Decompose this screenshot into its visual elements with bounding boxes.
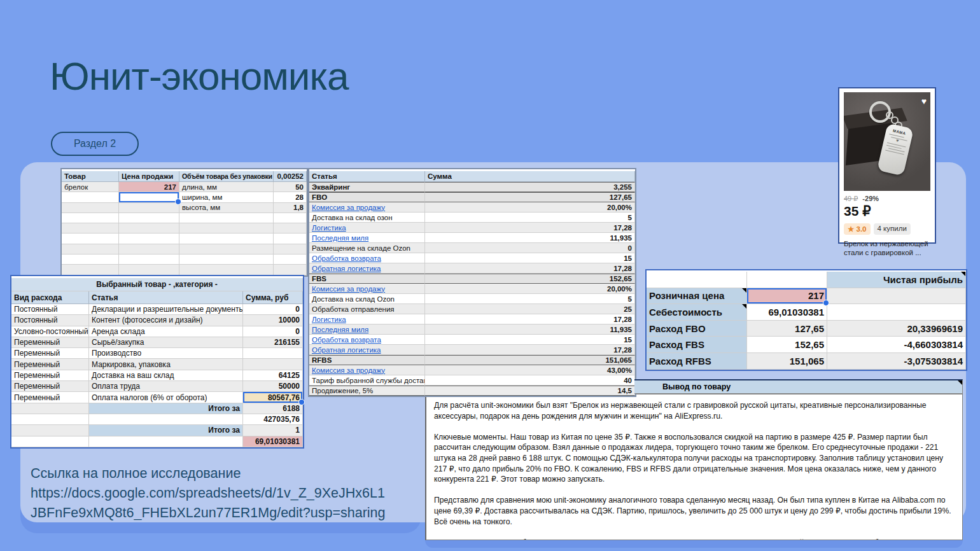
header-cell: Статья xyxy=(309,171,425,182)
table-row: Эквайринг3,255 xyxy=(309,182,635,192)
table-row: Доставка на склад Ozon5 xyxy=(309,294,635,304)
cell: FBO xyxy=(309,192,425,202)
cell: Контент (фотосессия и дизайн) xyxy=(89,315,243,326)
cell xyxy=(179,213,274,223)
badges-row: ★ 3.0 4 купили xyxy=(844,223,930,235)
cell: Эквайринг xyxy=(309,182,425,192)
cell xyxy=(179,234,274,244)
header-cell: Сумма xyxy=(425,171,635,182)
table-row: ПеременныйПроизводство xyxy=(11,348,303,359)
table-row: Логистика17,28 xyxy=(309,223,635,233)
table-row: ПостоянныйКонтент (фотосессия и дизайн)1… xyxy=(11,315,303,326)
cell: 0 xyxy=(243,304,303,315)
cell xyxy=(89,414,243,425)
cell xyxy=(119,255,179,265)
cell: Тариф выбранной службы доставки xyxy=(309,375,425,386)
cell: 69,01030381 xyxy=(747,304,827,321)
cell: 15 xyxy=(425,335,635,345)
table-row: Себестоимость69,01030381 xyxy=(647,304,966,321)
table-row: ПеременныйМаркировка, упаковка xyxy=(11,359,303,370)
table-row: Обратная логистика17,28 xyxy=(309,345,635,355)
old-price-row: 49 ₽ -29% xyxy=(844,195,930,203)
product-price-table: ТоварЦена продажиОбъём товара без упаков… xyxy=(60,168,308,277)
favorite-icon[interactable]: ♥ xyxy=(921,96,927,106)
link-cell[interactable]: Обратная логистика xyxy=(309,263,425,274)
research-url-link[interactable]: https://docs.google.com/spreadsheets/d/1… xyxy=(31,484,386,523)
table-row: ПеременныйСырьё/закупка216155 xyxy=(11,337,303,348)
old-price: 49 ₽ xyxy=(844,195,858,202)
cell: Расход RFBS xyxy=(647,353,747,370)
link-cell[interactable]: Последняя миля xyxy=(309,324,425,335)
cell: 69,01030381 xyxy=(243,436,303,447)
table-row xyxy=(62,213,307,223)
marketplace-fees-table: СтатьяСуммаЭквайринг3,255FBO127,65Комисс… xyxy=(308,168,636,397)
cell: 17,28 xyxy=(425,263,635,274)
cell: Розничная цена xyxy=(647,288,747,305)
cell: 25 xyxy=(425,304,635,314)
cell xyxy=(62,265,119,275)
cell: 3,255 xyxy=(425,182,635,192)
cell: Доставка на склад Ozon xyxy=(309,294,425,304)
table-row: Чистая прибыль xyxy=(647,272,966,288)
cell xyxy=(243,348,303,359)
cell: 151,065 xyxy=(747,353,827,370)
cell xyxy=(647,272,747,288)
net-profit-table: Чистая прибыльРозничная цена217Себестоим… xyxy=(645,269,967,371)
header-cell: Объём товара без упаковки xyxy=(179,171,274,182)
cell xyxy=(11,425,89,436)
cell: -4,660303814 xyxy=(827,337,966,353)
link-cell[interactable]: Комиссия за продажу xyxy=(309,284,425,294)
slide: Юнит-экономика Раздел 2 ТоварЦена продаж… xyxy=(0,0,980,551)
cell: Расход FBS xyxy=(647,337,747,353)
table-row: Условно-постоянныйАренда склада0 xyxy=(11,326,303,337)
cell: 43,00% xyxy=(425,365,635,375)
selected-cell: 217 xyxy=(747,288,827,305)
cell: Оплата налогов (6% от оборота) xyxy=(89,392,243,403)
cell xyxy=(62,255,119,265)
cell: Итого за xyxy=(89,403,243,414)
link-cell[interactable]: Логистика xyxy=(309,223,425,233)
cell xyxy=(274,255,307,265)
cell: Расход FBO xyxy=(647,321,747,337)
link-cell[interactable]: Обработка возврата xyxy=(309,253,425,263)
discount-badge: -29% xyxy=(862,195,879,202)
table-row xyxy=(62,234,307,244)
cell: Переменный xyxy=(11,348,89,359)
link-cell[interactable]: Последняя миля xyxy=(309,233,425,243)
cell: 40 xyxy=(425,375,635,386)
table-row: ПеременныйДоставка на ваш склад64125 xyxy=(11,370,303,381)
link-cell[interactable]: Обработка возврата xyxy=(309,335,425,345)
cell: 5 xyxy=(425,213,635,223)
table-row: Комиссия за продажу20,00% xyxy=(309,284,635,294)
table-row: СтатьяСумма xyxy=(309,171,635,182)
cell: Выбранный товар - ,категория - xyxy=(11,278,303,291)
cell: Размещение на складе Ozon xyxy=(309,243,425,253)
cell: Декларации и разрешительные документы xyxy=(89,304,243,315)
selected-cell: 80567,76 xyxy=(243,392,303,403)
cell xyxy=(179,223,274,234)
link-cell[interactable]: Обратная логистика xyxy=(309,345,425,355)
cell xyxy=(62,203,119,213)
table-row: Расход FBO127,6520,33969619 xyxy=(647,321,966,337)
table-row: Обработка возврата15 xyxy=(309,253,635,263)
cell: брелок xyxy=(62,182,119,192)
table-row: 69,01030381 xyxy=(11,436,303,447)
cell: Условно-постоянный xyxy=(11,326,89,337)
cell: Постоянный xyxy=(11,315,89,326)
rating-badge: ★ 3.0 xyxy=(844,223,871,235)
table-row xyxy=(62,265,307,275)
cell xyxy=(274,265,307,275)
cell xyxy=(243,359,303,370)
link-cell[interactable]: Комиссия за продажу xyxy=(309,365,425,375)
table-row: Обратная логистика17,28 xyxy=(309,263,635,274)
cell xyxy=(827,304,966,321)
link-cell[interactable]: Логистика xyxy=(309,314,425,324)
table-row: Тариф выбранной службы доставки40 xyxy=(309,375,635,386)
cell xyxy=(11,403,89,414)
table-row: Последняя миля11,935 xyxy=(309,324,635,335)
cell: RFBS xyxy=(309,355,425,365)
table-row: Комиссия за продажу43,00% xyxy=(309,365,635,375)
cell xyxy=(119,265,179,275)
cell: 216155 xyxy=(243,337,303,348)
link-cell[interactable]: Комиссия за продажу xyxy=(309,202,425,213)
